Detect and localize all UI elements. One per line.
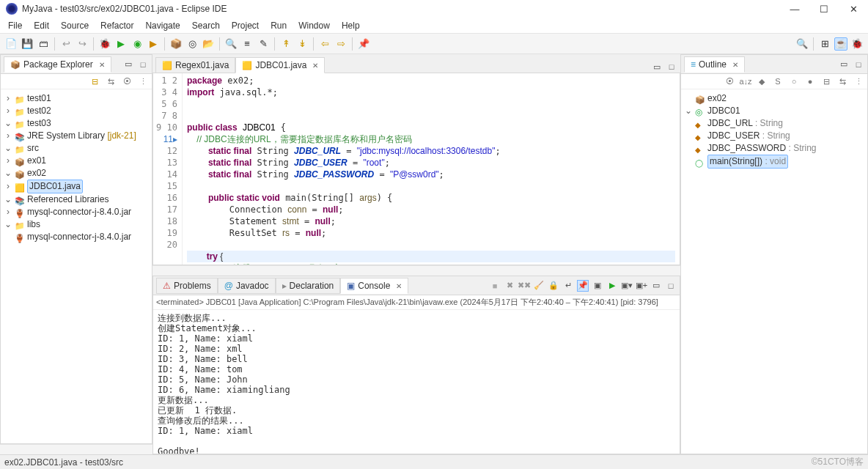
hide-static-icon[interactable]: S: [772, 75, 784, 87]
menu-project[interactable]: Project: [227, 19, 264, 32]
search-icon[interactable]: 🔍: [224, 37, 238, 51]
tab-javadoc[interactable]: @Javadoc: [218, 278, 276, 294]
jre-lib[interactable]: JRE System Library [jdk-21]: [27, 130, 136, 142]
file-jdbc01[interactable]: JDBC01.java: [27, 180, 83, 193]
back-icon[interactable]: ⇦: [318, 37, 331, 51]
focus-icon[interactable]: ⦿: [121, 75, 133, 87]
sort-icon[interactable]: a↓z: [740, 75, 751, 87]
remove-all-icon[interactable]: ✖✖: [518, 280, 530, 292]
tab-regex[interactable]: Regex01.java: [155, 57, 235, 73]
libs-mysql-jar[interactable]: mysql-connector-j-8.4.0.jar: [27, 231, 131, 243]
package-explorer-tab[interactable]: Package Explorer ✕: [4, 56, 111, 73]
editor[interactable]: 1 2 3 4 5 6 7 8 9 10 11▸ 12 13 14 15 16 …: [152, 73, 680, 265]
hide-fields-icon[interactable]: ◆: [756, 75, 768, 87]
maximize-panel-icon[interactable]: □: [137, 59, 149, 70]
console-output[interactable]: 连接到数据库... 创建Statement对象... ID: 1, Name: …: [153, 310, 680, 454]
minimize-panel-icon[interactable]: ▭: [122, 59, 134, 70]
left-scrollbar[interactable]: [0, 444, 152, 454]
next-annot-icon[interactable]: ↡: [295, 37, 309, 51]
tab-close-icon[interactable]: ✕: [99, 61, 105, 69]
perspective-open-icon[interactable]: ⊞: [818, 37, 831, 51]
hide-nonpublic-icon[interactable]: ○: [788, 75, 800, 87]
toggle-breadcrumb-icon[interactable]: ≡: [240, 37, 254, 51]
tab-problems[interactable]: ⚠Problems: [156, 278, 218, 294]
new-class-icon[interactable]: ◎: [185, 37, 199, 51]
editor-hscroll[interactable]: [152, 265, 680, 276]
tab-declaration[interactable]: ▸Declaration: [276, 278, 341, 294]
view-menu-icon[interactable]: ⋮: [853, 75, 864, 87]
proj-test02[interactable]: test02: [27, 105, 51, 117]
pkg-ex02[interactable]: ex02: [27, 167, 46, 180]
show-console-icon[interactable]: ▣: [592, 280, 603, 292]
close-icon[interactable]: ✕: [847, 4, 859, 15]
pin-icon[interactable]: 📌: [357, 37, 370, 51]
run-icon[interactable]: ▶: [114, 37, 128, 51]
libs-folder[interactable]: libs: [27, 218, 40, 231]
remove-launch-icon[interactable]: ✖: [504, 280, 515, 292]
package-explorer-tree[interactable]: ›test01 ›test02 ⌄test03 ›JRE System Libr…: [1, 89, 152, 246]
tab-close-icon[interactable]: ✕: [312, 62, 318, 70]
menu-help[interactable]: Help: [336, 19, 365, 32]
word-wrap-icon[interactable]: ↵: [562, 280, 574, 292]
outline-pkg[interactable]: ex02: [707, 92, 727, 105]
tab-jdbc[interactable]: JDBC01.java ✕: [235, 57, 325, 73]
minimize-editor-icon[interactable]: ▭: [651, 61, 663, 73]
perspective-java-icon[interactable]: ☕: [834, 37, 847, 51]
outline-tab[interactable]: ≡ Outline ✕: [684, 56, 745, 73]
display-console-icon[interactable]: ▣▾: [621, 280, 633, 292]
redo-icon[interactable]: ↪: [76, 37, 89, 51]
coverage-icon[interactable]: ◉: [130, 37, 144, 51]
tab-close-icon[interactable]: ✕: [732, 61, 738, 69]
open-type-icon[interactable]: 📂: [202, 37, 215, 51]
debug-icon[interactable]: 🐞: [98, 37, 111, 51]
save-all-icon[interactable]: 🗃: [37, 37, 50, 51]
link-icon[interactable]: ⇆: [836, 75, 848, 87]
link-editor-icon[interactable]: ⇆: [105, 75, 117, 87]
collapse-all-icon[interactable]: ⊟: [89, 75, 100, 87]
run-last-icon[interactable]: ▶: [147, 37, 160, 51]
menu-edit[interactable]: Edit: [29, 19, 54, 32]
menu-run[interactable]: Run: [265, 19, 292, 32]
menu-source[interactable]: Source: [56, 19, 94, 32]
menu-navigate[interactable]: Navigate: [140, 19, 185, 32]
new-icon[interactable]: 📄: [4, 37, 18, 51]
mark-occur-icon[interactable]: ✎: [257, 37, 270, 51]
terminate-icon[interactable]: ■: [489, 280, 501, 292]
collapse-icon[interactable]: ⊟: [820, 75, 832, 87]
ref-mysql-jar[interactable]: mysql-connector-j-8.4.0.jar: [27, 206, 131, 218]
outline-f3[interactable]: JDBC_PASSWORD : String: [707, 142, 817, 155]
src-folder[interactable]: src: [27, 142, 39, 155]
tab-close-icon[interactable]: ✕: [396, 282, 402, 290]
maximize-outline-icon[interactable]: □: [853, 59, 864, 70]
minimize-outline-icon[interactable]: ▭: [838, 59, 850, 70]
save-icon[interactable]: 💾: [21, 37, 34, 51]
forward-icon[interactable]: ⇨: [334, 37, 347, 51]
tab-console[interactable]: ▣Console✕: [340, 278, 408, 294]
clear-console-icon[interactable]: 🧹: [533, 280, 545, 292]
hide-local-icon[interactable]: ●: [804, 75, 816, 87]
proj-test01[interactable]: test01: [27, 92, 51, 105]
quick-access-icon[interactable]: 🔍: [795, 37, 809, 51]
menu-refactor[interactable]: Refactor: [95, 19, 139, 32]
view-menu-icon[interactable]: ⋮: [137, 75, 149, 87]
focus-icon[interactable]: ⦿: [724, 75, 735, 87]
perspective-debug-icon[interactable]: 🐞: [850, 37, 864, 51]
minimize-icon[interactable]: —: [789, 4, 801, 15]
outline-class[interactable]: JDBC01: [707, 105, 740, 117]
pkg-ex01[interactable]: ex01: [27, 155, 46, 167]
scroll-lock-icon[interactable]: 🔒: [548, 280, 559, 292]
ref-libs[interactable]: Referenced Libraries: [27, 193, 108, 206]
minimize-console-icon[interactable]: ▭: [650, 280, 662, 292]
menu-window[interactable]: Window: [293, 19, 335, 32]
menu-search[interactable]: Search: [187, 19, 225, 32]
new-java-icon[interactable]: 📦: [169, 37, 183, 51]
pin-console-icon[interactable]: 📌: [577, 280, 589, 292]
code-body[interactable]: package ex02; import java.sql.*; public …: [183, 73, 680, 265]
maximize-icon[interactable]: ☐: [818, 4, 830, 15]
new-console-icon[interactable]: ▣+: [636, 280, 647, 292]
outline-f1[interactable]: JDBC_URL : String: [707, 117, 783, 130]
prev-annot-icon[interactable]: ↟: [279, 37, 293, 51]
menu-file[interactable]: File: [3, 19, 27, 32]
outline-tree[interactable]: ex02 ⌄JDBC01 JDBC_URL : String JDBC_USER…: [681, 89, 867, 171]
undo-icon[interactable]: ↩: [59, 37, 73, 51]
